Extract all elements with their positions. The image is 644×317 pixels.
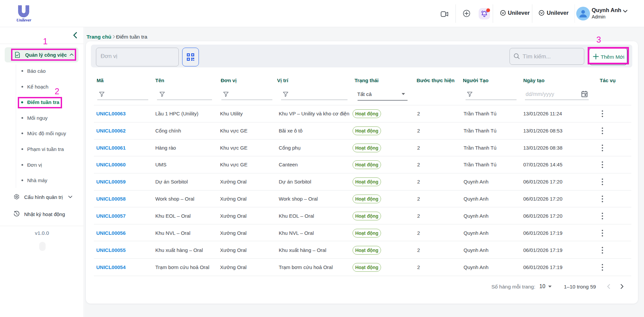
svg-text:Unilever: Unilever	[17, 18, 31, 22]
